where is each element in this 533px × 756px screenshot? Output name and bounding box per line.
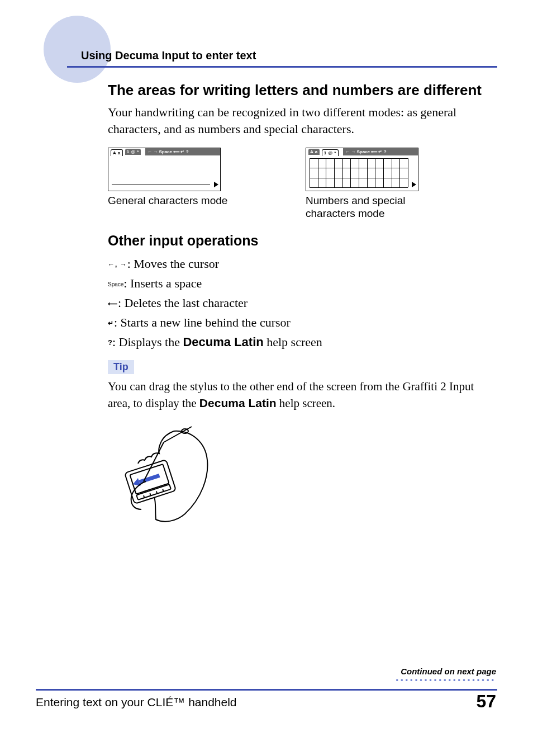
numbers-toolbar: A a 1 @ * ← → Space ⟵ ↵ ? xyxy=(306,148,418,155)
next-arrow-icon xyxy=(214,182,218,187)
heading-other-ops: Other input operations xyxy=(108,233,499,249)
writing-grid xyxy=(310,158,408,187)
question-icon: ? xyxy=(108,338,112,347)
svg-line-5 xyxy=(156,491,157,493)
svg-line-6 xyxy=(163,489,163,491)
toolbar-label: ← → Space ⟵ ↵ ? xyxy=(345,149,387,154)
op-space: Space: Inserts a space xyxy=(108,274,499,292)
op-move-cursor: ←, →: Moves the cursor xyxy=(108,254,499,273)
general-panel: A a 1 @ * ← → Space ⟵ ↵ ? xyxy=(108,148,221,191)
op-newline: ↵: Starts a new line behind the cursor xyxy=(108,313,499,332)
footer-continued: Continued on next page •••••••••••••••••… xyxy=(396,667,496,683)
op-text: : Deletes the last character xyxy=(118,296,248,310)
heading-areas: The areas for writing letters and number… xyxy=(108,81,499,100)
tip-text-post: help screen. xyxy=(277,396,336,410)
op-text: : Starts a new line behind the cursor xyxy=(114,315,291,329)
footer-rule xyxy=(36,689,497,691)
page-number: 57 xyxy=(476,691,496,712)
svg-line-3 xyxy=(144,495,144,498)
mode-numbers: A a 1 @ * ← → Space ⟵ ↵ ? xyxy=(306,148,473,220)
mode-general: A a 1 @ * ← → Space ⟵ ↵ ? General charac… xyxy=(108,148,275,220)
continued-text: Continued on next page xyxy=(396,667,496,676)
tab-aa: A a xyxy=(111,149,123,156)
decuma-latin-bold: Decuma Latin xyxy=(199,396,277,409)
stylus-drag-illustration xyxy=(108,426,499,528)
op-delete: ⟵: Deletes the last character xyxy=(108,294,499,312)
next-arrow-icon xyxy=(412,182,416,187)
return-icon: ↵ xyxy=(108,319,114,327)
op-text: : Moves the cursor xyxy=(127,257,219,271)
header-rule xyxy=(67,66,497,68)
tab-num: 1 @ * xyxy=(322,149,339,156)
general-caption: General characters mode xyxy=(108,195,275,207)
op-text-post: help screen xyxy=(264,335,322,349)
numbers-panel: A a 1 @ * ← → Space ⟵ ↵ ? xyxy=(306,148,418,191)
footer-chapter: Entering text on your CLIÉ™ handheld xyxy=(36,696,237,709)
toolbar-buttons: ← → Space ⟵ ↵ ? xyxy=(343,148,418,155)
op-help: ?: Displays the Decuma Latin help screen xyxy=(108,333,499,351)
general-toolbar: A a 1 @ * ← → Space ⟵ ↵ ? xyxy=(108,148,220,155)
section-header: Using Decuma Input to enter text xyxy=(81,49,256,62)
baseline xyxy=(112,185,210,185)
toolbar-label: ← → Space ⟵ ↵ ? xyxy=(147,149,189,154)
operations-list: ←, →: Moves the cursor Space: Inserts a … xyxy=(108,254,499,351)
numbers-caption: Numbers and special characters mode xyxy=(306,195,429,220)
tip-badge: Tip xyxy=(108,360,134,374)
backspace-icon: ⟵ xyxy=(108,300,118,308)
modes-row: A a 1 @ * ← → Space ⟵ ↵ ? General charac… xyxy=(108,148,499,220)
tip-text: You can drag the stylus to the other end… xyxy=(108,379,499,412)
arrow-left-right-icon: ←, → xyxy=(108,261,127,268)
op-text-pre: : Displays the xyxy=(112,335,183,349)
dot-row-icon: ••••••••••••••••••••• xyxy=(396,678,496,683)
op-text: : Inserts a space xyxy=(123,276,202,290)
writing-area xyxy=(112,158,210,187)
intro-text: Your handwriting can be recognized in tw… xyxy=(108,104,499,138)
tab-num: 1 @ * xyxy=(125,149,141,155)
toolbar-buttons: ← → Space ⟵ ↵ ? xyxy=(145,148,220,155)
tab-aa: A a xyxy=(308,149,320,155)
decuma-latin-bold: Decuma Latin xyxy=(183,335,263,349)
space-icon: Space xyxy=(108,281,123,287)
svg-line-4 xyxy=(150,493,150,495)
